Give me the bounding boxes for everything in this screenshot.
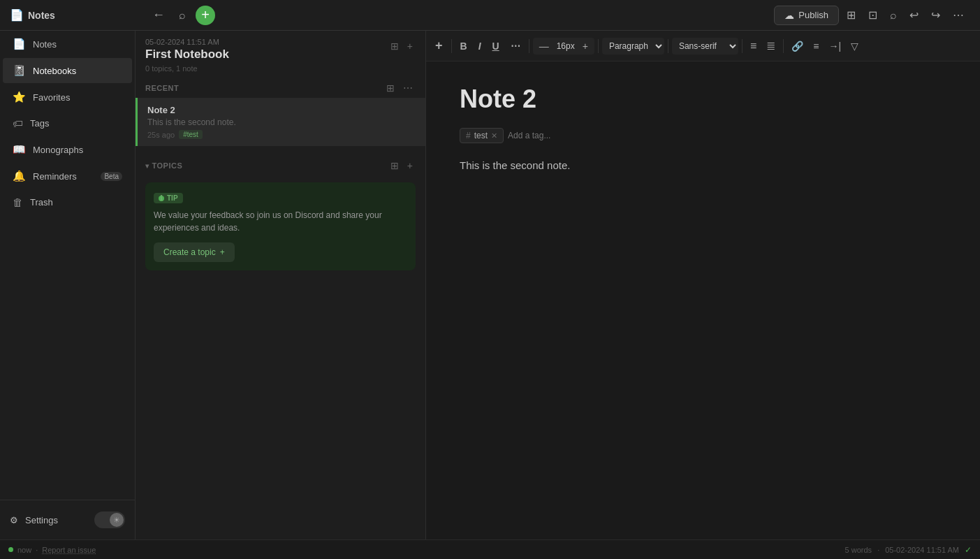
favorites-nav-icon: ⭐ — [13, 91, 26, 103]
search-button[interactable]: ⌕ — [175, 6, 190, 24]
tag-remove-button[interactable]: ✕ — [491, 132, 497, 140]
note-item-tag: #test — [179, 130, 203, 139]
layout-button[interactable]: ⊡ — [863, 5, 882, 25]
topics-sort-button[interactable]: ⊞ — [388, 159, 402, 173]
topics-add-button[interactable]: + — [404, 159, 416, 173]
font-size-decrease-button[interactable]: — — [536, 39, 553, 53]
tip-card: ℹ TIP We value your feedback so join us … — [145, 182, 416, 270]
topics-section: ▾ TOPICS ⊞ + ℹ TIP We value your feedbac… — [136, 153, 425, 539]
sidebar-item-reminders[interactable]: 🔔 Reminders Beta — [3, 164, 132, 189]
settings-row: ⚙ Settings ☀ — [0, 506, 135, 534]
toolbar-separator-1 — [451, 39, 452, 53]
sort-button[interactable]: ⊞ — [388, 39, 402, 53]
report-link[interactable]: Report an issue — [42, 546, 96, 554]
topics-actions: ⊞ + — [388, 159, 416, 173]
create-topic-icon: + — [220, 247, 225, 257]
font-family-select[interactable]: Sans-serif Serif Monospace — [672, 38, 738, 55]
more-button[interactable]: ⋯ — [948, 5, 969, 25]
publish-label: Publish — [798, 10, 828, 20]
note-list-item[interactable]: Note 2 This is the second note. 25s ago … — [136, 98, 425, 146]
recent-more-button[interactable]: ⋯ — [400, 81, 416, 95]
add-tag-input[interactable] — [508, 131, 613, 140]
view-toggle-button[interactable]: ⊞ — [842, 5, 861, 25]
sidebar-item-label: Notebooks — [33, 66, 76, 76]
toolbar-separator-4 — [668, 39, 668, 53]
trash-nav-icon: 🗑 — [13, 196, 23, 208]
link-button[interactable]: 🔗 — [787, 38, 807, 55]
topics-chevron-icon: ▾ — [145, 162, 149, 170]
tip-label: TIP — [167, 194, 178, 202]
search-global-button[interactable]: ⌕ — [885, 6, 902, 25]
format-more-button[interactable]: ⋯ — [506, 37, 525, 55]
sidebar-item-notes[interactable]: 📄 Notes — [3, 31, 132, 57]
notebook-meta: 0 topics, 1 note — [145, 64, 229, 73]
status-bar: now · Report an issue 5 words · 05-02-20… — [0, 539, 980, 559]
tags-row: # test ✕ — [460, 128, 946, 143]
toolbar-separator-5 — [742, 39, 743, 53]
sidebar-item-label: Tags — [30, 118, 49, 129]
italic-button[interactable]: I — [474, 37, 486, 55]
publish-icon: ☁ — [784, 10, 794, 21]
toolbar-separator-3 — [598, 39, 599, 53]
sidebar-spacer — [0, 215, 135, 500]
sidebar-item-label: Notes — [33, 39, 57, 50]
topics-label: TOPICS — [152, 161, 183, 170]
add-note-button[interactable]: + — [196, 6, 215, 25]
publish-button[interactable]: ☁ Publish — [774, 6, 839, 25]
create-topic-label: Create a topic — [163, 247, 216, 257]
indent-button[interactable]: →| — [824, 38, 845, 55]
font-size-control: — 16px + — [533, 38, 594, 55]
top-bar-middle: ← ⌕ + — [141, 5, 774, 25]
bold-button[interactable]: B — [455, 37, 472, 55]
notebooks-nav-icon: 📓 — [13, 64, 26, 77]
notebook-header: 05-02-2024 11:51 AM First Notebook 0 top… — [136, 31, 425, 77]
sidebar-item-notebooks[interactable]: 📓 Notebooks — [3, 58, 132, 83]
recent-section-actions: ⊞ ⋯ — [383, 81, 416, 95]
toolbar-separator-6 — [783, 39, 784, 53]
save-checkmark-icon: ✓ — [965, 545, 972, 555]
tip-text: We value your feedback so join us on Dis… — [154, 209, 407, 234]
reminders-nav-icon: 🔔 — [13, 170, 26, 182]
bullet-list-button[interactable]: ≣ — [762, 36, 780, 55]
toolbar-separator-2 — [529, 39, 529, 53]
note-list: 05-02-2024 11:51 AM First Notebook 0 top… — [136, 31, 426, 539]
now-label: now — [17, 546, 31, 554]
note-item-title: Note 2 — [147, 105, 416, 115]
status-bar-right: 5 words · 05-02-2024 11:51 AM ✓ — [845, 545, 972, 555]
sidebar-item-favorites[interactable]: ⭐ Favorites — [3, 85, 132, 110]
main-layout: 📄 Notes 📓 Notebooks ⭐ Favorites 🏷 Tags 📖… — [0, 31, 980, 539]
reminders-badge: Beta — [101, 172, 122, 181]
ordered-list-button[interactable]: ≡ — [746, 37, 761, 55]
note-item-footer: 25s ago #test — [147, 130, 416, 139]
redo-button[interactable]: ↪ — [926, 5, 945, 25]
underline-button[interactable]: U — [488, 37, 504, 55]
tag-hash-icon: # — [466, 131, 471, 140]
add-note-list-button[interactable]: + — [404, 39, 416, 53]
app-header: 📄 Notes — [6, 8, 141, 22]
sidebar-item-monographs[interactable]: 📖 Monographs — [3, 137, 132, 162]
font-size-increase-button[interactable]: + — [579, 39, 592, 53]
sidebar-item-trash[interactable]: 🗑 Trash — [3, 190, 132, 215]
sidebar-bottom: ⚙ Settings ☀ — [0, 500, 135, 539]
word-count: 5 words — [845, 546, 872, 554]
editor-content: Note 2 # test ✕ This is the second note. — [426, 61, 980, 539]
settings-button[interactable]: ⚙ Settings — [10, 515, 58, 525]
topics-section-header: ▾ TOPICS ⊞ + — [136, 153, 425, 177]
paragraph-style-select[interactable]: Paragraph Heading 1 Heading 2 Heading 3 — [602, 38, 664, 55]
notes-icon: 📄 — [10, 8, 24, 22]
editor-toolbar: + B I U ⋯ — 16px + Paragraph Heading 1 H… — [426, 31, 980, 61]
back-button[interactable]: ← — [148, 5, 169, 25]
sidebar-item-tags[interactable]: 🏷 Tags — [3, 111, 132, 136]
extra-options-button[interactable]: ▽ — [847, 38, 863, 55]
align-button[interactable]: ≡ — [809, 38, 823, 55]
recent-label: Recent — [145, 84, 179, 92]
save-timestamp: 05-02-2024 11:51 AM — [885, 546, 959, 554]
note-body[interactable]: This is the second note. — [460, 157, 946, 174]
insert-button[interactable]: + — [430, 35, 448, 57]
theme-toggle-button[interactable]: ☀ — [94, 511, 125, 528]
recent-sort-button[interactable]: ⊞ — [383, 81, 397, 95]
status-separator-2: · — [877, 546, 879, 554]
undo-button[interactable]: ↩ — [905, 5, 923, 25]
create-topic-button[interactable]: Create a topic + — [154, 242, 235, 262]
tags-nav-icon: 🏷 — [13, 117, 23, 129]
